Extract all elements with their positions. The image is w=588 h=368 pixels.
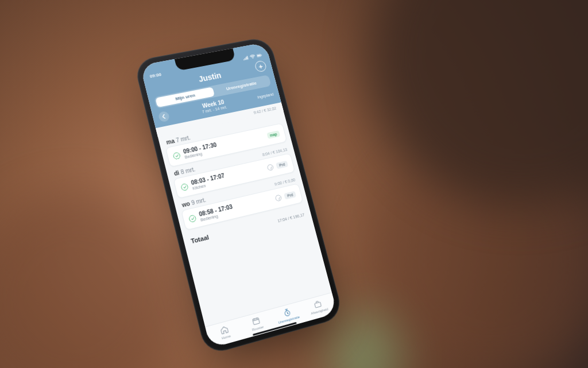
status-time: 09:00: [149, 72, 162, 79]
total-value: 17:04 / € 196,17: [277, 212, 305, 223]
prev-week-button[interactable]: [158, 110, 171, 122]
battery-icon: [256, 53, 262, 58]
shift-list[interactable]: ma7 mrt. 09:00 - 17:30 Bediening map di8…: [158, 111, 332, 327]
day-of-week: di: [173, 169, 180, 177]
clock-icon: [275, 194, 283, 202]
stopwatch-icon: [282, 307, 292, 318]
svg-rect-3: [253, 318, 260, 325]
check-icon: [188, 214, 197, 223]
svg-rect-1: [257, 55, 261, 56]
page-title: Justin: [198, 71, 222, 83]
chevron-left-icon: [161, 114, 167, 119]
phone-screen: 09:00 Justin + Mijn uren Urenregistratie: [140, 42, 338, 348]
shift-badge: map: [266, 130, 280, 139]
day-of-week: ma: [165, 138, 175, 146]
check-icon: [172, 152, 181, 160]
wifi-icon: [249, 54, 256, 59]
svg-rect-5: [315, 302, 322, 308]
status-right: Ingepland: [257, 92, 274, 99]
calendar-icon: [251, 316, 261, 327]
week-indicator[interactable]: Week 10 7 mrt. - 14 mrt.: [200, 99, 227, 114]
shift-badge: Prd: [276, 161, 288, 169]
total-label: Totaal: [190, 234, 210, 245]
briefcase-icon: [312, 299, 323, 309]
day-of-week: wo: [181, 200, 191, 208]
bg-blob: [0, 189, 184, 368]
signal-icon: [242, 56, 249, 61]
check-icon: [180, 183, 189, 191]
clock-icon: [267, 164, 274, 171]
tab-afwezigheid[interactable]: Afwezigheid: [301, 296, 335, 317]
tab-label: Home: [221, 334, 231, 340]
home-icon: [219, 324, 230, 335]
add-button[interactable]: +: [254, 60, 267, 73]
shift-badge: Prd: [284, 191, 296, 200]
